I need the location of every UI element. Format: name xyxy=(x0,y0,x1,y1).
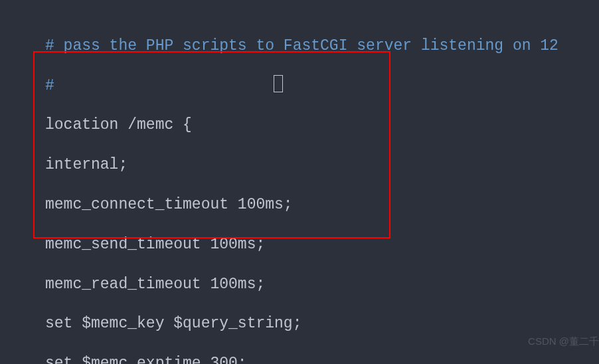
text-cursor xyxy=(274,75,283,92)
watermark-text: CSDN @董二千 xyxy=(528,335,599,348)
code-line: memc_connect_timeout 100ms; xyxy=(45,195,599,215)
code-line: memc_send_timeout 100ms; xyxy=(45,235,599,255)
comment-line: # pass the PHP scripts to FastCGI server… xyxy=(45,37,599,56)
code-line: set $memc_exptime 300; xyxy=(45,354,599,364)
code-line: location /memc { xyxy=(45,116,599,136)
comment-line: # xyxy=(45,76,599,96)
code-line: internal; xyxy=(45,155,599,175)
code-line: memc_read_timeout 100ms; xyxy=(45,275,599,295)
code-line: set $memc_key $query_string; xyxy=(45,314,599,334)
code-block: # pass the PHP scripts to FastCGI server… xyxy=(0,0,599,364)
